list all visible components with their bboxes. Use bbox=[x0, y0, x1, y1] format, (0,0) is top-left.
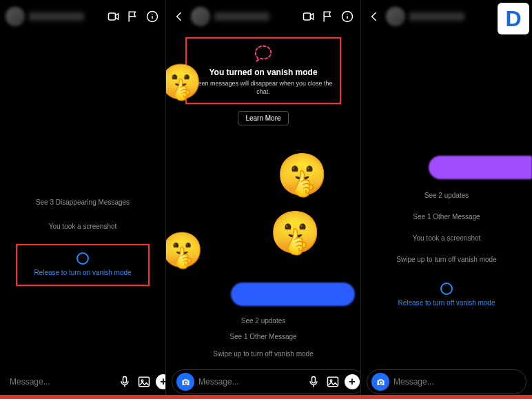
shush-emoji-icon: 🤫 bbox=[276, 154, 320, 198]
panel-vanish-on: You turned on vanish mode Seen messages … bbox=[166, 0, 361, 399]
chat-body: See 2 updates See 1 Other Message You to… bbox=[361, 33, 532, 369]
shush-emoji-icon: 🤫 bbox=[269, 212, 314, 256]
camera-icon[interactable] bbox=[176, 373, 194, 391]
chat-body: See 3 Disappearing Messages You took a s… bbox=[0, 33, 165, 369]
message-input[interactable] bbox=[198, 377, 302, 387]
sent-message-bubble[interactable] bbox=[429, 156, 532, 179]
mic-icon[interactable] bbox=[117, 374, 132, 389]
vanish-bubble-icon bbox=[253, 44, 274, 63]
vanish-notice-subtitle: Seen messages will disappear when you cl… bbox=[191, 80, 336, 96]
svg-point-14 bbox=[330, 380, 332, 382]
back-icon[interactable] bbox=[172, 9, 187, 24]
compose-pill[interactable]: + bbox=[172, 369, 361, 394]
svg-rect-12 bbox=[312, 377, 316, 383]
svg-point-3 bbox=[152, 14, 152, 14]
screenshot-notice: You took a screenshot bbox=[49, 223, 117, 230]
add-icon[interactable]: + bbox=[156, 374, 166, 389]
vanish-notice-highlight: You turned on vanish mode Seen messages … bbox=[185, 37, 341, 104]
svg-rect-0 bbox=[109, 13, 116, 20]
chat-body: You turned on vanish mode Seen messages … bbox=[166, 33, 360, 369]
vanish-progress-ring-icon bbox=[440, 283, 453, 295]
gallery-icon[interactable] bbox=[325, 374, 340, 389]
video-call-icon[interactable] bbox=[106, 9, 121, 24]
release-turn-off-label: Release to turn off vanish mode bbox=[398, 299, 495, 307]
svg-point-10 bbox=[347, 14, 347, 14]
avatar[interactable] bbox=[386, 7, 405, 26]
flag-icon[interactable] bbox=[320, 9, 336, 24]
camera-icon[interactable] bbox=[371, 373, 389, 391]
screenshot-notice: You took a screenshot bbox=[413, 234, 481, 242]
svg-rect-5 bbox=[139, 377, 150, 386]
gallery-icon[interactable] bbox=[136, 374, 152, 389]
decorative-bottom-bar bbox=[0, 395, 532, 399]
see-other-link[interactable]: See 1 Other Message bbox=[229, 333, 296, 340]
avatar[interactable] bbox=[191, 7, 210, 26]
swipe-hint: Swipe up to turn off vanish mode bbox=[396, 256, 496, 263]
flag-icon[interactable] bbox=[125, 9, 141, 24]
release-highlight-box: Release to turn on vanish mode bbox=[16, 244, 149, 286]
mic-icon[interactable] bbox=[306, 374, 321, 389]
see-other-link[interactable]: See 1 Other Message bbox=[413, 213, 480, 221]
message-input[interactable] bbox=[393, 377, 522, 387]
message-input[interactable] bbox=[10, 377, 113, 387]
see-updates-link[interactable]: See 2 updates bbox=[424, 192, 469, 199]
back-icon[interactable] bbox=[367, 9, 382, 24]
info-icon[interactable] bbox=[340, 9, 355, 24]
username-blur bbox=[214, 12, 269, 21]
vanish-notice-title: You turned on vanish mode bbox=[191, 68, 336, 77]
see-updates-link[interactable]: See 2 updates bbox=[241, 317, 286, 325]
info-icon[interactable] bbox=[145, 9, 160, 24]
svg-rect-4 bbox=[123, 377, 127, 383]
vanish-progress-ring-icon bbox=[76, 252, 89, 265]
chat-header bbox=[0, 0, 165, 33]
release-off-group: Release to turn off vanish mode bbox=[398, 283, 495, 307]
panel-release-on: See 3 Disappearing Messages You took a s… bbox=[0, 0, 166, 399]
svg-point-6 bbox=[141, 380, 143, 382]
panel-release-off: See 2 updates See 1 Other Message You to… bbox=[361, 0, 532, 399]
brand-badge: D bbox=[498, 3, 529, 34]
chat-header bbox=[166, 0, 360, 33]
release-turn-on-label: Release to turn on vanish mode bbox=[34, 269, 131, 276]
svg-rect-7 bbox=[304, 13, 311, 20]
sent-message-bubble[interactable] bbox=[231, 283, 355, 306]
add-icon[interactable]: + bbox=[345, 374, 360, 389]
swipe-hint: Swipe up to turn off vanish mode bbox=[213, 350, 313, 358]
username-blur bbox=[29, 12, 84, 21]
compose-pill[interactable] bbox=[367, 369, 526, 394]
shush-emoji-icon: 🤫 bbox=[166, 233, 199, 272]
compose-pill[interactable]: + bbox=[6, 369, 166, 394]
disappearing-msg-link[interactable]: See 3 Disappearing Messages bbox=[36, 198, 130, 206]
learn-more-button[interactable]: Learn More bbox=[238, 111, 288, 125]
avatar[interactable] bbox=[6, 7, 25, 26]
username-blur bbox=[409, 12, 464, 21]
svg-rect-13 bbox=[328, 377, 338, 386]
video-call-icon[interactable] bbox=[301, 9, 316, 24]
